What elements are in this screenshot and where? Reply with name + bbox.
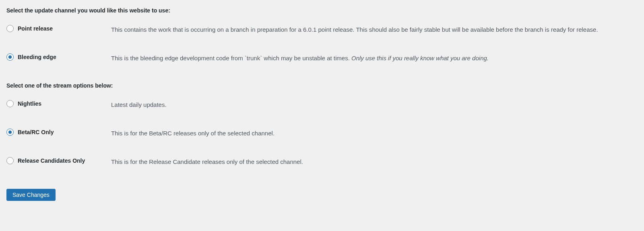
desc-bleeding-edge-italic: Only use this if you really know what yo… bbox=[351, 55, 489, 61]
option-nightlies-row: Nightlies Latest daily updates. bbox=[6, 100, 638, 109]
radio-point-release[interactable] bbox=[6, 25, 14, 32]
option-point-release-row: Point release This contains the work tha… bbox=[6, 25, 638, 34]
desc-bleeding-edge-prefix: This is the bleeding edge development co… bbox=[111, 55, 351, 61]
label-nightlies[interactable]: Nightlies bbox=[18, 100, 41, 107]
desc-rc-only: This is for the Release Candidate releas… bbox=[111, 157, 638, 166]
save-button[interactable]: Save Changes bbox=[6, 189, 56, 201]
desc-point-release: This contains the work that is occurring… bbox=[111, 25, 638, 34]
radio-nightlies[interactable] bbox=[6, 100, 14, 107]
label-point-release[interactable]: Point release bbox=[18, 25, 53, 32]
channel-heading: Select the update channel you would like… bbox=[6, 7, 638, 14]
desc-beta-rc: This is for the Beta/RC releases only of… bbox=[111, 129, 638, 138]
stream-heading: Select one of the stream options below: bbox=[6, 82, 638, 89]
option-beta-rc-row: Beta/RC Only This is for the Beta/RC rel… bbox=[6, 129, 638, 138]
radio-rc-only[interactable] bbox=[6, 157, 14, 164]
radio-beta-rc[interactable] bbox=[6, 129, 14, 136]
option-bleeding-edge-row: Bleeding edge This is the bleeding edge … bbox=[6, 53, 638, 63]
label-bleeding-edge[interactable]: Bleeding edge bbox=[18, 54, 56, 60]
label-rc-only[interactable]: Release Candidates Only bbox=[18, 157, 85, 164]
desc-bleeding-edge: This is the bleeding edge development co… bbox=[111, 53, 638, 63]
label-beta-rc[interactable]: Beta/RC Only bbox=[18, 129, 54, 135]
radio-bleeding-edge[interactable] bbox=[6, 53, 14, 61]
option-rc-only-row: Release Candidates Only This is for the … bbox=[6, 157, 638, 166]
desc-nightlies: Latest daily updates. bbox=[111, 100, 638, 109]
